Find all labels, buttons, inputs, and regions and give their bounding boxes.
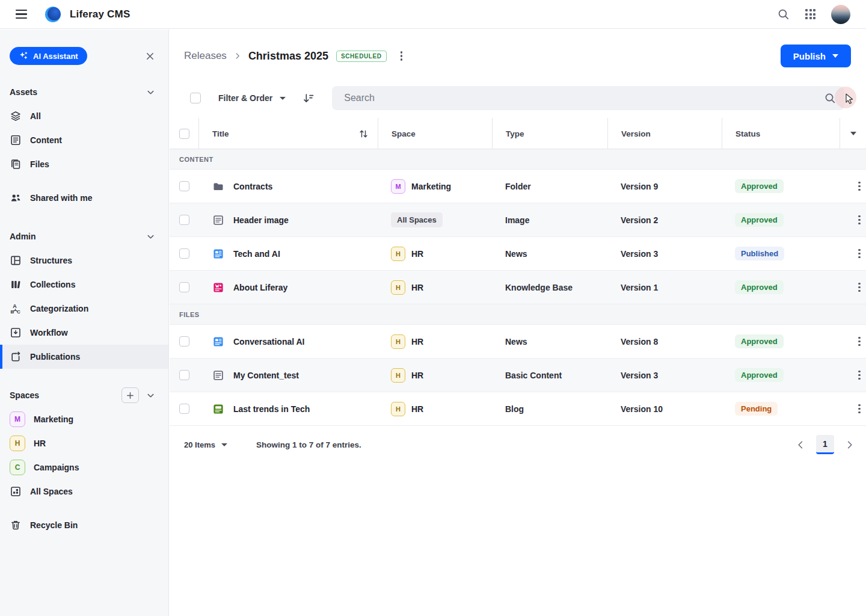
- all-spaces-pill: All Spaces: [391, 212, 443, 227]
- row-actions-kebab-icon[interactable]: [855, 213, 864, 227]
- chevron-down-icon[interactable]: [146, 391, 155, 400]
- publications-icon: [10, 351, 22, 363]
- row-actions-kebab-icon[interactable]: [855, 280, 864, 294]
- list-toolbar: Filter & Order: [170, 86, 844, 110]
- sidebar-item-all[interactable]: All: [0, 104, 168, 128]
- row-actions-kebab-icon[interactable]: [855, 334, 864, 348]
- filter-and-order-dropdown[interactable]: Filter & Order: [218, 93, 286, 103]
- global-search-icon[interactable]: [777, 8, 790, 20]
- space-name: HR: [411, 337, 423, 346]
- header-checkbox[interactable]: [179, 129, 189, 139]
- sparkle-icon: [19, 51, 28, 61]
- admin-section-label: Admin: [10, 232, 36, 241]
- column-type[interactable]: Type: [506, 129, 524, 138]
- row-actions-kebab-icon[interactable]: [855, 368, 864, 382]
- sidebar: AI Assistant Assets All Content Files: [0, 29, 169, 616]
- row-checkbox[interactable]: [179, 404, 189, 414]
- sidebar-item-all-spaces[interactable]: All Spaces: [0, 479, 168, 504]
- user-avatar[interactable]: [831, 5, 850, 24]
- chevron-down-icon[interactable]: [146, 232, 155, 241]
- publish-button-label: Publish: [793, 51, 826, 61]
- hamburger-menu-icon[interactable]: [16, 10, 27, 19]
- sidebar-item-categorization[interactable]: Categorization: [0, 297, 168, 321]
- chevron-down-icon[interactable]: [146, 88, 155, 97]
- sidebar-item-campaigns[interactable]: C Campaigns: [0, 455, 168, 479]
- column-space[interactable]: Space: [392, 129, 416, 138]
- close-sidebar-icon[interactable]: [145, 51, 155, 61]
- row-checkbox[interactable]: [179, 248, 189, 259]
- add-space-button[interactable]: [121, 387, 139, 403]
- sidebar-item-structures[interactable]: Structures: [0, 248, 168, 273]
- sidebar-item-workflow[interactable]: Workflow: [0, 321, 168, 345]
- row-title: My Content_test: [233, 371, 299, 380]
- app-grid-icon[interactable]: [805, 9, 815, 19]
- sidebar-item-marketing[interactable]: M Marketing: [0, 407, 168, 431]
- sidebar-item-recycle-bin[interactable]: Recycle Bin: [0, 513, 168, 537]
- table-row[interactable]: Header image All Spaces Image Version 2 …: [170, 203, 866, 237]
- sidebar-item-collections[interactable]: Collections: [0, 273, 168, 297]
- row-actions-kebab-icon[interactable]: [855, 402, 864, 416]
- next-page-icon[interactable]: [842, 437, 857, 452]
- ai-assistant-label: AI Assistant: [33, 52, 78, 61]
- select-all-checkbox[interactable]: [190, 93, 201, 103]
- page-actions-kebab-icon[interactable]: [397, 49, 406, 63]
- row-actions-kebab-icon[interactable]: [855, 179, 864, 193]
- column-status[interactable]: Status: [735, 129, 760, 138]
- table-row[interactable]: Contracts M Marketing Folder Version 9 A…: [170, 170, 866, 203]
- hr-space-badge: H: [10, 436, 25, 451]
- table-row[interactable]: My Content_test H HR Basic Content Versi…: [170, 359, 866, 392]
- hr-space-badge: H: [391, 368, 405, 383]
- sidebar-item-files[interactable]: Files: [0, 152, 168, 176]
- status-badge: Approved: [735, 280, 784, 294]
- sort-order-icon[interactable]: [302, 92, 315, 105]
- row-checkbox[interactable]: [179, 181, 189, 191]
- hr-space-badge: H: [391, 280, 405, 295]
- items-per-page-dropdown[interactable]: 20 Items: [184, 440, 227, 449]
- space-name: HR: [411, 404, 423, 414]
- caret-down-icon: [221, 443, 227, 446]
- search-box[interactable]: [332, 86, 844, 110]
- sidebar-item-content[interactable]: Content: [0, 128, 168, 152]
- previous-page-icon[interactable]: [793, 437, 808, 452]
- sidebar-item-shared-with-me[interactable]: Shared with me: [0, 186, 168, 210]
- column-title[interactable]: Title: [212, 129, 229, 138]
- table-row[interactable]: About Liferay H HR Knowledge Base Versio…: [170, 271, 866, 304]
- assets-section-header[interactable]: Assets: [0, 85, 168, 99]
- hr-space-badge: H: [391, 247, 405, 261]
- scheduled-status-badge: SCHEDULED: [336, 51, 387, 62]
- publish-button[interactable]: Publish: [781, 45, 851, 67]
- search-input[interactable]: [343, 92, 824, 104]
- chevron-right-icon: [233, 52, 242, 60]
- page-number-button[interactable]: 1: [816, 435, 834, 454]
- row-version: Version 10: [607, 404, 722, 414]
- spaces-section-header[interactable]: Spaces: [0, 389, 168, 402]
- table-row[interactable]: Tech and AI H HR News Version 3 Publishe…: [170, 237, 866, 271]
- row-checkbox[interactable]: [179, 282, 189, 292]
- row-checkbox[interactable]: [179, 215, 189, 225]
- table-row[interactable]: Last trends in Tech H HR Blog Version 10…: [170, 392, 866, 426]
- breadcrumb: Releases Christmas 2025 SCHEDULED: [184, 48, 406, 64]
- row-checkbox[interactable]: [179, 336, 189, 346]
- table-footer: 20 Items Showing 1 to 7 of 7 entries. 1: [170, 431, 857, 458]
- columns-dropdown-icon[interactable]: [850, 132, 856, 135]
- table-row[interactable]: Conversational AI H HR News Version 8 Ap…: [170, 325, 866, 359]
- row-title: Last trends in Tech: [233, 404, 310, 414]
- column-version[interactable]: Version: [621, 129, 651, 138]
- liferay-cms-page: Liferay CMS AI Assistant Assets All: [0, 0, 866, 616]
- search-icon[interactable]: [824, 92, 836, 104]
- topbar: Liferay CMS: [0, 0, 866, 29]
- group-header-content: CONTENT: [170, 149, 866, 170]
- row-actions-kebab-icon[interactable]: [855, 247, 864, 260]
- sidebar-item-publications[interactable]: Publications: [0, 345, 168, 369]
- sort-title-icon[interactable]: [358, 128, 369, 140]
- row-type: Image: [492, 215, 607, 225]
- sidebar-item-hr[interactable]: H HR: [0, 431, 168, 455]
- admin-section-header[interactable]: Admin: [0, 230, 168, 243]
- breadcrumb-releases-link[interactable]: Releases: [184, 50, 227, 62]
- status-badge: Approved: [735, 179, 784, 193]
- status-badge: Approved: [735, 368, 784, 382]
- ai-assistant-button[interactable]: AI Assistant: [10, 47, 87, 65]
- row-checkbox[interactable]: [179, 370, 189, 380]
- row-title: About Liferay: [233, 283, 287, 292]
- basic-document-icon: [212, 214, 224, 226]
